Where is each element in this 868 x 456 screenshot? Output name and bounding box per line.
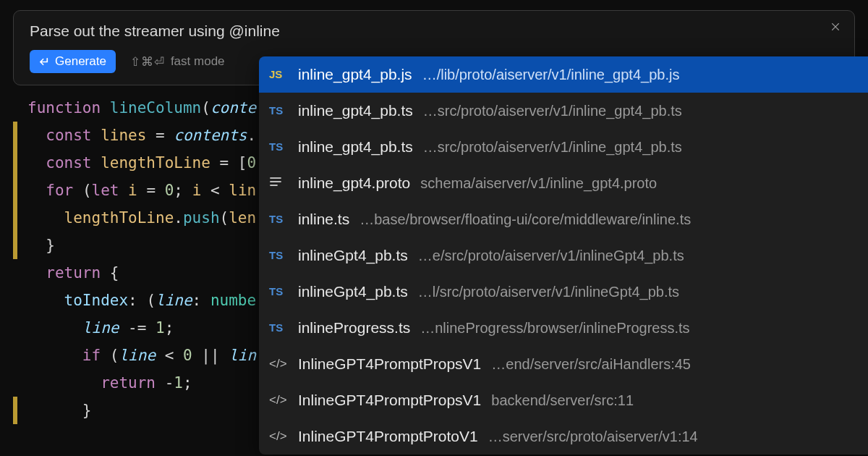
ts-file-icon: TS xyxy=(269,311,291,345)
suggestion-name: inlineGpt4_pb.ts xyxy=(298,275,408,308)
suggestion-name: inline_gpt4.proto xyxy=(298,166,410,200)
suggestion-path: …server/src/proto/aiserver/v1:14 xyxy=(488,420,855,453)
suggestion-item[interactable]: TSinline_gpt4_pb.ts…src/proto/aiserver/v… xyxy=(259,93,868,129)
gutter-marker xyxy=(13,232,17,259)
gutter-marker xyxy=(13,204,17,232)
suggestion-item[interactable]: TSinlineGpt4_pb.ts…l/src/proto/aiserver/… xyxy=(259,274,868,310)
suggestion-name: inline.ts xyxy=(298,203,349,236)
gutter-marker xyxy=(13,177,17,204)
suggestion-path: backend/server/src:11 xyxy=(491,384,855,417)
prompt-input[interactable]: Parse out the streamer using @inline xyxy=(30,22,841,40)
file-lines-icon xyxy=(269,166,291,200)
gutter-marker xyxy=(13,342,17,369)
suggestion-path: …src/proto/aiserver/v1/inline_gpt4_pb.ts xyxy=(423,94,855,127)
suggestion-name: InlineGPT4PromptProtoV1 xyxy=(298,420,478,453)
gutter-marker xyxy=(13,259,17,287)
ts-file-icon: TS xyxy=(269,130,291,164)
ts-file-icon: TS xyxy=(269,239,291,272)
close-icon[interactable] xyxy=(828,20,843,34)
gutter-marker xyxy=(13,397,17,424)
suggestion-path: …l/src/proto/aiserver/v1/inlineGpt4_pb.t… xyxy=(418,275,855,308)
generate-button[interactable]: Generate xyxy=(30,50,116,73)
gutter-marker xyxy=(13,314,17,342)
suggestion-name: inline_gpt4_pb.ts xyxy=(298,130,413,164)
enter-icon xyxy=(39,56,50,67)
suggestion-item[interactable]: TSinline.ts…base/browser/floating-ui/cor… xyxy=(259,201,868,237)
symbol-icon: </> xyxy=(269,420,291,453)
generate-label: Generate xyxy=(55,54,106,69)
suggestion-item[interactable]: </>InlineGPT4PromptPropsV1…end/server/sr… xyxy=(259,346,868,382)
fast-mode-label: fast mode xyxy=(171,54,225,69)
suggestion-path: …/lib/proto/aiserver/v1/inline_gpt4_pb.j… xyxy=(422,58,855,91)
gutter-marker xyxy=(13,369,17,397)
suggestion-path: …nlineProgress/browser/inlineProgress.ts xyxy=(420,311,855,345)
gutter-marker xyxy=(13,122,17,149)
suggestion-path: schema/aiserver/v1/inline_gpt4.proto xyxy=(420,166,855,200)
suggestion-path: …e/src/proto/aiserver/v1/inlineGpt4_pb.t… xyxy=(418,239,855,272)
suggestion-item[interactable]: TSinline_gpt4_pb.ts…src/proto/aiserver/v… xyxy=(259,129,868,165)
suggestion-path: …src/proto/aiserver/v1/inline_gpt4_pb.ts xyxy=(423,130,855,164)
symbol-icon: </> xyxy=(269,347,291,381)
gutter-marker xyxy=(13,94,17,122)
gutter-marker xyxy=(13,287,17,314)
ts-file-icon: TS xyxy=(269,275,291,308)
suggestion-name: inline_gpt4_pb.ts xyxy=(298,94,413,127)
suggestion-name: inline_gpt4_pb.js xyxy=(298,58,412,91)
ts-file-icon: TS xyxy=(269,203,291,236)
fast-mode-toggle[interactable]: ⇧⌘⏎ fast mode xyxy=(130,54,225,69)
file-suggestion-dropdown: JSinline_gpt4_pb.js…/lib/proto/aiserver/… xyxy=(259,56,868,455)
suggestion-name: inlineProgress.ts xyxy=(298,311,410,345)
js-file-icon: JS xyxy=(269,58,291,91)
suggestion-path: …end/server/src/aiHandlers:45 xyxy=(491,347,855,381)
gutter-marker xyxy=(13,149,17,177)
ts-file-icon: TS xyxy=(269,94,291,127)
suggestion-item[interactable]: </>InlineGPT4PromptPropsV1backend/server… xyxy=(259,382,868,418)
suggestion-name: InlineGPT4PromptPropsV1 xyxy=(298,347,481,381)
suggestion-item[interactable]: </>InlineGPT4PromptProtoV1…server/src/pr… xyxy=(259,418,868,455)
suggestion-item[interactable]: JSinline_gpt4_pb.js…/lib/proto/aiserver/… xyxy=(259,56,868,93)
suggestion-item[interactable]: TSinlineProgress.ts…nlineProgress/browse… xyxy=(259,310,868,346)
suggestion-item[interactable]: TSinlineGpt4_pb.ts…e/src/proto/aiserver/… xyxy=(259,237,868,274)
suggestion-name: inlineGpt4_pb.ts xyxy=(298,239,408,272)
suggestion-name: InlineGPT4PromptPropsV1 xyxy=(298,384,481,417)
symbol-icon: </> xyxy=(269,384,291,417)
suggestion-path: …base/browser/floating-ui/core/middlewar… xyxy=(359,203,855,236)
suggestion-item[interactable]: inline_gpt4.protoschema/aiserver/v1/inli… xyxy=(259,165,868,201)
fast-mode-shortcut: ⇧⌘⏎ xyxy=(130,54,165,69)
